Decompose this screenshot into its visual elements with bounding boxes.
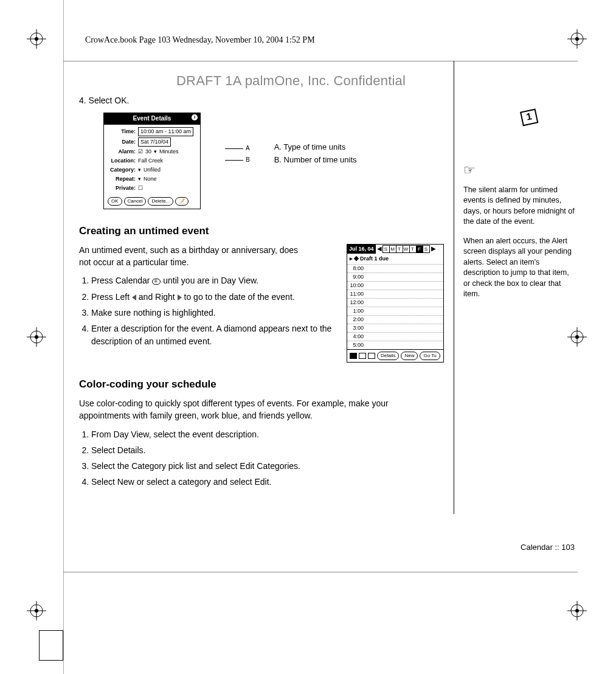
date-label: Date: [108,138,136,146]
cancel-button: Cancel [124,197,147,206]
tip-2: When an alert occurs, the Alert screen d… [463,236,576,300]
sidebar-column: 1 ☞ The silent alarm for untimed events … [463,103,576,300]
registration-mark-icon [27,601,46,620]
tip-1: The silent alarm for untimed events is d… [463,185,576,228]
day-view-screenshot: Jul 16, 04 ◀ S M T W T F S ▶ ▸ Draft 1 d… [347,244,444,363]
details-button: Details [377,352,399,360]
registration-mark-icon [27,327,46,347]
crop-box [39,630,63,661]
dv-time: 1:00 [350,307,365,315]
main-column: 4. Select OK. Event Details i Time:10:00… [79,94,444,492]
dv-time: 3:00 [350,324,365,332]
calendar-button-icon [152,279,161,285]
ok-button: OK [108,197,122,206]
heading-color: Color-coding your schedule [79,377,444,392]
callout-b: B [246,156,250,163]
view-icon [368,353,375,359]
alarm-checkbox-icon: ☑ [138,148,143,156]
dv-time: 9:00 [350,273,365,281]
callout-key: A. Type of time units B. Number of time … [274,142,357,167]
registration-mark-icon [27,29,46,49]
date-value: Sat 7/10/04 [138,137,171,147]
bullet-icon: ▸ [350,255,353,263]
step-4: 4. Select OK. [79,94,444,106]
note-icon: 📝 [175,197,189,206]
alarm-unit: Minutes [159,148,179,156]
dv-time: 2:00 [350,316,365,324]
dv-date: Jul 16, 04 [347,245,376,254]
watermark: DRAFT 1A palmOne, Inc. Confidential [176,73,406,89]
view-icon [350,353,357,359]
location-value: Fall Creek [138,157,163,165]
dv-day: S [423,245,430,253]
private-label: Private: [108,184,136,192]
dv-time: 5:00 [350,341,365,349]
repeat-value: None [144,175,157,183]
category-value: Unfiled [144,166,161,174]
column-divider [454,61,454,514]
diamond-icon [354,256,359,261]
untimed-step-3: Make sure nothing is highlighted. [91,307,334,319]
dv-time: 8:00 [350,265,365,273]
dv-time: 12:00 [350,299,365,307]
right-arrow-icon [178,294,182,301]
dialog-title-text: Event Details [133,115,171,122]
alarm-num: 30 [145,148,151,156]
view-icon [359,353,366,359]
color-step-2: Select Details. [91,444,420,456]
running-header: CrowAce.book Page 103 Wednesday, Novembe… [85,35,315,45]
untimed-event-text: Draft 1 due [360,255,389,263]
callout-a: A [246,145,250,151]
category-label: Category: [108,166,136,174]
left-arrow-icon [132,294,136,301]
key-a: A. Type of time units [274,142,357,153]
dv-time: 10:00 [350,282,365,290]
crop-line [63,0,64,674]
registration-mark-icon [567,601,587,620]
delete-button: Delete... [148,197,173,206]
untimed-step-2: Press Left and Right to go to the date o… [91,291,334,303]
repeat-label: Repeat: [108,175,136,183]
dv-time: 4:00 [350,333,365,341]
registration-mark-icon [567,327,587,347]
location-label: Location: [108,157,136,165]
event-details-dialog: Event Details i Time:10:00 am - 11:00 am… [103,113,201,209]
color-step-4: Select New or select a category and sele… [91,476,420,488]
color-intro: Use color-coding to quickly spot differe… [79,397,420,422]
color-steps: From Day View, select the event descript… [79,428,444,488]
dv-time: 11:00 [350,290,365,298]
page-footer: Calendar :: 103 [521,543,575,552]
untimed-step-4: Enter a description for the event. A dia… [91,322,334,347]
alarm-label: Alarm: [108,148,136,156]
rule-bottom [63,572,578,572]
registration-mark-icon [567,29,587,49]
goto-button: Go To [420,352,440,360]
rule-top [63,61,578,61]
heading-untimed: Creating an untimed event [79,224,444,239]
time-value: 10:00 am - 11:00 am [138,127,193,136]
new-button: New [401,352,418,360]
next-arrow-icon: ▶ [430,245,437,254]
untimed-intro: An untimed event, such as a birthday or … [79,244,310,269]
info-icon: i [192,114,198,120]
untimed-step-1: Press Calendar until you are in Day View… [91,274,334,287]
paperclip-note-icon: 1 [463,103,576,137]
untimed-steps: Press Calendar until you are in Day View… [79,274,334,347]
tip-pointer-icon: ☞ [463,161,576,180]
key-b: B. Number of time units [274,155,357,166]
callout-letters: A B [225,144,250,164]
dialog-title: Event Details i [104,113,200,125]
color-step-1: From Day View, select the event descript… [91,428,420,440]
time-label: Time: [108,128,136,136]
color-step-3: Select the Category pick list and select… [91,460,420,472]
private-checkbox-icon: ☐ [138,184,143,192]
